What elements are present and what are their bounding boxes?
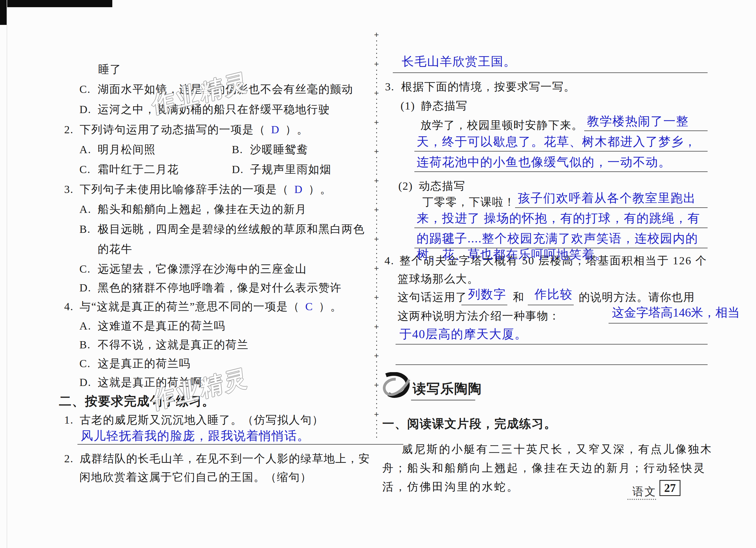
option-label: B. [79,338,98,351]
question-number: 3. [64,183,80,196]
divider-dotted-segment [376,40,377,59]
option-row: A.船头和船艄向上翘起，像挂在天边的新月 [79,203,307,216]
answer-line [414,228,708,228]
handwritten-answer: 树、花、草也都在乐呵呵地笑着。 [417,248,607,262]
handwritten-answer: 教学楼热闹了一整 [587,115,689,129]
option-label: B. [232,143,250,156]
item-text: 古老的威尼斯又沉沉地入睡了。（仿写拟人句） [80,414,324,426]
option-text: 明月松间照 [98,143,156,156]
option-row: A.这难道不是真正的荷兰吗 [79,319,225,332]
item-text-wrap: 闲地欣赏着这属于它们自己的王国。（缩句） [79,471,312,484]
blank-line [528,305,574,305]
method-line: 这句话运用了 [398,291,467,303]
option-row: B.不得不说，这就是真正的荷兰 [79,338,249,351]
divider-dotted-segment [376,391,377,409]
footer-subject-label: 语文 [632,484,657,499]
divider-dotted-segment [376,157,377,175]
reading-section-icon [382,372,412,401]
divider-dotted-segment [376,332,377,350]
option-text: 霜叶红于二月花 [98,163,179,176]
question-number: 4. [385,255,399,267]
question-number: 3. [385,81,401,93]
divider-dotted-segment [376,99,377,117]
prompt-text: 放学了，校园里顿时安静下来。 [420,119,583,132]
handwritten-answer: 天，终于可以歇息了。花草、树木都进入了梦乡， [417,135,697,149]
question-stem: 与“这就是真正的荷兰”意思不同的一项是（ [80,300,300,313]
item-text: 成群结队的长毛山羊，在见不到一个人影的绿草地上，安 [80,452,370,465]
option-row: C.这是真正的荷兰吗 [79,357,191,370]
answer-line [584,131,708,131]
divider-plus-mark: + [374,381,379,389]
option-label: A. [79,319,98,332]
answer-line [414,172,708,172]
divider-dotted-segment [376,70,377,88]
option-row: B.沙暖睡鸳鸯 [232,143,308,156]
question-number: 4. [64,300,80,313]
option-row: A.明月松间照 [79,143,156,156]
prompt-text: 丁零零，下课啦！ [422,196,515,209]
sub-question-2: (2)动态描写 [398,180,465,193]
divider-dotted-segment [376,186,377,205]
divider-plus-mark: + [374,89,379,97]
answer-letter: D [266,123,285,136]
question-stem: ）。 [285,123,308,136]
option-continuation: 睡了 [98,63,121,76]
handwritten-answer: 来，投进了 操场的怀抱，有的打球，有的跳绳，有 [417,212,700,226]
handwritten-answer: 的踢毽子....整个校园充满了欢声笑语，连校园内的 [417,232,698,246]
option-text: 这难道不是真正的荷兰吗 [98,319,225,332]
title-underline [411,400,475,400]
option-label: D. [79,376,98,389]
question-number: 2. [64,123,80,136]
option-row: B.极目远眺，四周全是碧绿的丝绒般的草原和黑白两色 [79,223,365,236]
divider-plus-mark: + [374,148,379,155]
handwritten-answer: 这金字塔高146米，相当 [612,306,740,320]
question-4: 4.与“这就是真正的荷兰”意思不同的一项是（C）。 [64,300,342,313]
answer-line [609,323,708,323]
handwritten-answer: 孩子们欢呼着从各个教室里跑出 [518,191,696,206]
option-label: D. [79,103,98,116]
intro-line: 这两种说明方法介绍一种事物： [398,310,560,322]
reading-heading: 一、阅读课文片段，完成练习。 [382,417,557,430]
answer-letter: D [289,183,308,196]
footer-dotted-line [627,499,656,500]
option-label: C. [79,357,98,370]
blank-line [461,305,507,305]
divider-dotted-segment [376,245,377,263]
divider-plus-mark: + [374,323,379,331]
divider-plus-mark: + [374,60,379,68]
option-text: 远远望去，它像漂浮在沙海中的三座金山 [98,263,307,275]
divider-plus-mark: + [374,177,379,185]
method-post: 的说明方法。请你也用 [579,291,695,303]
passage-line: 威尼斯的小艇有二三十英尺长，又窄又深，有点儿像独木 [402,443,713,456]
option-text: 船头和船艄向上翘起，像挂在天边的新月 [98,203,307,216]
question-stem: ）。 [308,183,332,196]
option-label: D. [79,281,98,294]
option-wrap-line: 的花牛 [98,243,133,256]
option-label: D. [232,163,250,176]
handwritten-blank-answer: 作比较 [534,287,573,301]
divider-plus-mark: + [374,31,379,39]
method-mid: 和 [513,291,524,303]
answer-line [515,207,708,208]
passage-line: 舟；船头和船艄向上翘起，像挂在天边的新月；行动轻快灵 [382,462,706,474]
answer-line [396,344,708,344]
answer-line [77,444,403,445]
question-stem-wrap: 篮球场那么大。 [398,273,479,285]
divider-plus-mark: + [374,206,379,214]
scan-edge-top [0,0,112,7]
page-fold-line [7,0,7,548]
option-text: 子规声里雨如烟 [250,163,331,176]
option-label: C. [79,163,98,176]
divider-dotted-segment [376,216,377,234]
divider-dotted-segment [376,361,377,380]
divider-dotted-segment [376,274,377,292]
sub-title: 静态描写 [421,100,467,112]
divider-plus-mark: + [374,293,379,301]
column-divider: ++++++++++++++ [373,31,380,440]
option-label: A. [79,143,98,156]
divider-plus-mark: + [374,265,379,273]
divider-dotted-segment [376,420,377,438]
sub-label: (2) [398,180,419,193]
option-row: D.子规声里雨如烟 [232,163,331,176]
exercise-item: 2.成群结队的长毛山羊，在见不到一个人影的绿草地上，安 [64,452,370,465]
